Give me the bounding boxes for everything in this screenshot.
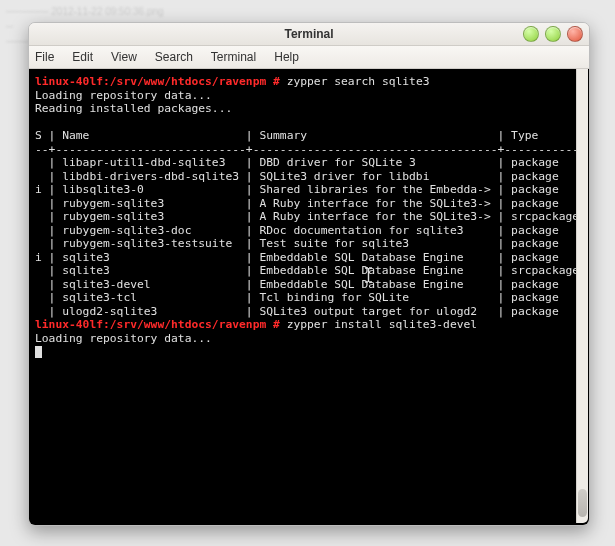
prompt-prefix: linux-40lf:/srv/www/htdocs/ravenpm #: [35, 318, 280, 331]
table-row: | libdbi-drivers-dbd-sqlite3 | SQLite3 d…: [35, 170, 583, 184]
prompt-prefix: linux-40lf:/srv/www/htdocs/ravenpm #: [35, 75, 280, 88]
table-row: i | sqlite3 | Embeddable SQL Database En…: [35, 251, 583, 265]
table-row: | rubygem-sqlite3 | A Ruby interface for…: [35, 197, 583, 211]
terminal-output[interactable]: linux-40lf:/srv/www/htdocs/ravenpm # zyp…: [29, 69, 589, 525]
menu-edit[interactable]: Edit: [72, 50, 93, 64]
prompt-command: zypper install sqlite3-devel: [280, 318, 477, 331]
block-cursor-icon: [35, 346, 42, 358]
prompt-line: linux-40lf:/srv/www/htdocs/ravenpm # zyp…: [35, 75, 583, 89]
scrollbar-thumb[interactable]: [578, 489, 587, 517]
table-row: | sqlite3-devel | Embeddable SQL Databas…: [35, 278, 583, 292]
table-row: | libapr-util1-dbd-sqlite3 | DBD driver …: [35, 156, 583, 170]
menu-view[interactable]: View: [111, 50, 137, 64]
table-separator: --+----------------------------+--------…: [35, 143, 583, 157]
output-line: Loading repository data...: [35, 332, 583, 346]
prompt-command: zypper search sqlite3: [280, 75, 430, 88]
menubar: File Edit View Search Terminal Help: [29, 46, 589, 69]
output-line: Reading installed packages...: [35, 102, 583, 116]
close-button[interactable]: [567, 26, 583, 42]
menu-search[interactable]: Search: [155, 50, 193, 64]
table-row: | rubygem-sqlite3-doc | RDoc documentati…: [35, 224, 583, 238]
window-controls: [523, 26, 583, 42]
table-row: | sqlite3-tcl | Tcl binding for SQLite |…: [35, 291, 583, 305]
output-line: Loading repository data...: [35, 89, 583, 103]
titlebar[interactable]: Terminal: [29, 23, 589, 46]
window-title: Terminal: [284, 27, 333, 41]
menu-terminal[interactable]: Terminal: [211, 50, 256, 64]
terminal-window: Terminal File Edit View Search Terminal …: [28, 22, 590, 526]
table-row: | rubygem-sqlite3-testsuite | Test suite…: [35, 237, 583, 251]
minimize-button[interactable]: [523, 26, 539, 42]
table-row: | sqlite3 | Embeddable SQL Database Engi…: [35, 264, 583, 278]
table-header: S | Name | Summary | Type: [35, 129, 583, 143]
maximize-button[interactable]: [545, 26, 561, 42]
bg-line: ────── 2012-11-22 09:50:36.png: [6, 4, 615, 19]
table-row: i | libsqlite3-0 | Shared libraries for …: [35, 183, 583, 197]
scrollbar[interactable]: [576, 69, 588, 523]
menu-help[interactable]: Help: [274, 50, 299, 64]
menu-file[interactable]: File: [35, 50, 54, 64]
table-row: | ulogd2-sqlite3 | SQLite3 output target…: [35, 305, 583, 319]
cursor-line: [35, 345, 583, 359]
blank-line: [35, 116, 583, 130]
prompt-line: linux-40lf:/srv/www/htdocs/ravenpm # zyp…: [35, 318, 583, 332]
table-row: | rubygem-sqlite3 | A Ruby interface for…: [35, 210, 583, 224]
